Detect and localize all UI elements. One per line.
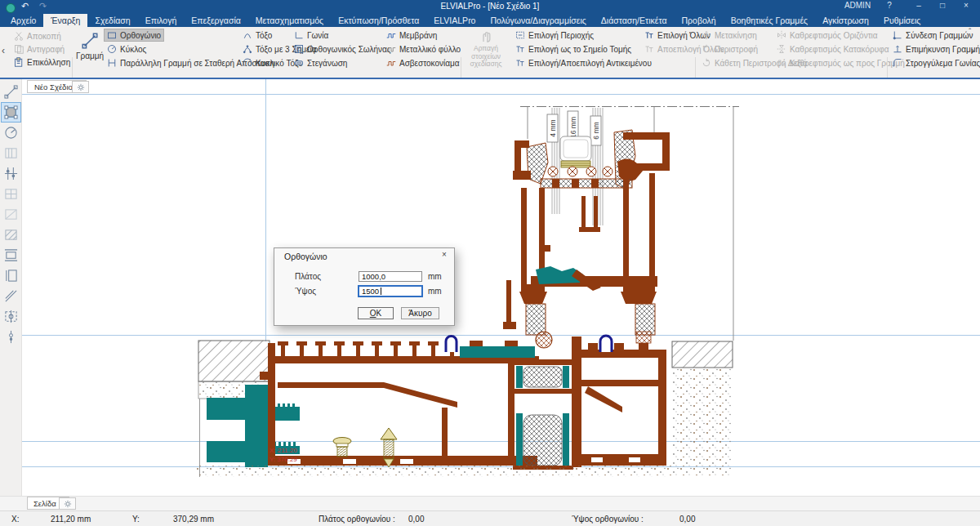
grid-tool[interactable] xyxy=(2,185,20,203)
sealing-icon xyxy=(294,58,304,68)
width-unit: mm xyxy=(428,272,442,281)
paste-icon xyxy=(14,57,24,67)
move-button[interactable]: Μετακίνηση xyxy=(699,29,760,41)
ribbon-scroll-left-icon[interactable]: ‹ xyxy=(2,45,5,56)
mirror-horizontal-button[interactable]: Καθρεφτισμός Οριζόντια xyxy=(774,29,880,41)
frame-tool[interactable] xyxy=(2,266,20,285)
document-tab-settings-button[interactable] xyxy=(72,81,89,93)
angle-button[interactable]: Γωνία xyxy=(292,29,331,41)
status-bar: X: 211,20 mm Y: 370,29 mm Πλάτος ορθογων… xyxy=(0,510,980,526)
cursor-readout-x: X: 211.20 xyxy=(270,447,297,454)
offset-tool[interactable] xyxy=(2,164,20,183)
sealing-button[interactable]: Στεγάνωση xyxy=(292,57,350,69)
close-button[interactable]: × xyxy=(956,1,977,10)
grab-elements-button[interactable]: Αρπαγή στοιχείων σχεδίασης xyxy=(463,30,509,69)
rectangle-button[interactable]: Ορθογώνιο xyxy=(105,29,163,41)
technical-drawing: 4 mm 16 mm 6 mm xyxy=(22,79,980,496)
menu-tab-edit[interactable]: Επεξεργασία xyxy=(184,14,248,27)
status-rect-width-label: Πλάτος ορθογωνίου : xyxy=(318,515,395,524)
page-tab-settings-button[interactable] xyxy=(59,497,76,510)
select-region-button[interactable]: Επιλογή Περιοχής xyxy=(513,29,596,41)
anchor-tool[interactable] xyxy=(2,307,20,326)
minimize-button[interactable]: – xyxy=(908,1,929,10)
maximize-button[interactable]: □ xyxy=(932,1,953,10)
help-button[interactable]: ? xyxy=(879,1,900,10)
menu-tab-elvialpro[interactable]: ELVIALPro xyxy=(426,14,483,27)
join-lines-button[interactable]: Σύνδεση Γραμμών xyxy=(890,29,976,41)
cursor-readout-y: Y: 370.29 xyxy=(270,456,297,463)
box-tool[interactable] xyxy=(2,205,20,224)
circle-button[interactable]: Κύκλος xyxy=(105,43,149,55)
rotate-right-icon xyxy=(702,58,711,68)
angle-icon xyxy=(294,30,304,40)
status-rect-height-value: 0,00 xyxy=(679,515,695,524)
handle-tool[interactable] xyxy=(2,328,20,346)
menu-tab-transform[interactable]: Μετασχηματισμός xyxy=(248,14,331,27)
region-tool[interactable] xyxy=(2,144,20,163)
tool-palette xyxy=(0,79,22,496)
menu-tab-dimension[interactable]: Διάσταση/Ετικέτα xyxy=(594,14,675,27)
rectangle-tool[interactable] xyxy=(2,103,20,122)
membrane-button[interactable]: Μεμβράνη xyxy=(384,29,439,41)
circle-icon xyxy=(107,44,117,54)
status-rect-height-label: Ύψος ορθογωνίου : xyxy=(572,515,644,524)
circle-tool[interactable] xyxy=(2,123,20,142)
hatch-tool[interactable] xyxy=(2,225,20,244)
menu-bar: Αρχείο Έναρξη Σχεδίαση Επιλογή Επεξεργασ… xyxy=(0,14,980,27)
membrane-tool[interactable] xyxy=(2,287,20,305)
cancel-button[interactable]: Άκυρο xyxy=(401,307,439,319)
rect-tube-button[interactable]: Ορθογωνικός Σωλήνας xyxy=(292,43,394,55)
metal-sheet-button[interactable]: Μεταλλικό φύλλο xyxy=(384,43,463,55)
status-y-label: Y: xyxy=(132,515,140,524)
status-x-value: 211,20 mm xyxy=(51,515,91,524)
mortar-button[interactable]: Ασβεστοκονίαμα xyxy=(384,57,462,69)
cut-icon xyxy=(14,31,24,41)
paste-button[interactable]: Επικόλληση xyxy=(11,56,73,68)
menu-tab-snap[interactable]: Αγκίστρωση xyxy=(815,14,876,27)
gear-icon xyxy=(77,83,85,91)
copy-button[interactable]: Αντιγραφή xyxy=(11,43,67,55)
move-icon xyxy=(702,30,711,40)
menu-tab-guides[interactable]: Βοηθητικές Γραμμές xyxy=(724,14,815,27)
dialog-close-icon[interactable]: × xyxy=(438,250,451,261)
fillet-corner-button[interactable]: Στρογγύλεμα Γωνίας xyxy=(890,57,980,69)
arc-button[interactable]: Τόξο xyxy=(240,29,274,41)
gear-icon xyxy=(64,500,72,508)
pins-icon xyxy=(515,44,525,54)
select-to-intersection-button[interactable]: Επιλογή ως το Σημείο Τομής xyxy=(513,43,634,55)
circular-arc-icon xyxy=(243,58,252,68)
page-strip xyxy=(0,496,980,510)
fillet-corner-icon xyxy=(893,58,902,68)
rectangle-icon xyxy=(107,30,117,40)
glass-label-16mm: 16 mm xyxy=(569,117,577,138)
bottom-section-drawing: X: 211.20 Y: 370.29 xyxy=(196,332,733,477)
menu-tab-file[interactable]: Αρχείο xyxy=(3,14,43,27)
drawing-canvas[interactable]: 4 mm 16 mm 6 mm xyxy=(22,79,980,496)
cut-button[interactable]: Αποκοπή xyxy=(11,30,64,42)
height-input[interactable] xyxy=(359,286,422,296)
line-button[interactable]: Γραμμή xyxy=(75,32,105,60)
menu-tab-polygons[interactable]: Πολύγωνα/Διαγραμμίσεις xyxy=(483,14,593,27)
menu-tab-select[interactable]: Επιλογή xyxy=(138,14,185,27)
user-label[interactable]: ADMIN xyxy=(841,1,874,10)
select-toggle-object-button[interactable]: Επιλογή/Αποεπιλογή Αντικειμένου xyxy=(513,57,654,69)
pins-icon xyxy=(515,58,525,68)
rotate-button[interactable]: Περιστροφή xyxy=(699,43,760,55)
arc-icon xyxy=(243,30,252,40)
line-icon xyxy=(81,32,99,50)
menu-tab-view[interactable]: Προβολή xyxy=(675,14,724,27)
width-input[interactable] xyxy=(359,271,422,282)
extend-line-icon xyxy=(893,44,902,54)
menu-tab-print[interactable]: Εκτύπωση/Πρόσθετα xyxy=(331,14,426,27)
mirror-vertical-button[interactable]: Καθρεφτισμός Κατακόρυφα xyxy=(774,43,891,55)
ok-button[interactable]: OK xyxy=(358,307,394,319)
text-caret xyxy=(381,288,381,295)
extend-line-button[interactable]: Επιμήκυνση Γραμμής έως xyxy=(890,43,980,55)
line-tool[interactable] xyxy=(2,82,20,101)
mirror-about-line-icon xyxy=(777,58,786,68)
metal-sheet-icon xyxy=(386,44,396,54)
menu-tab-settings[interactable]: Ρυθμίσεις xyxy=(876,14,929,27)
menu-tab-draw[interactable]: Σχεδίαση xyxy=(87,14,137,27)
menu-tab-home[interactable]: Έναρξη xyxy=(43,14,87,27)
beam-tool[interactable] xyxy=(2,246,20,265)
